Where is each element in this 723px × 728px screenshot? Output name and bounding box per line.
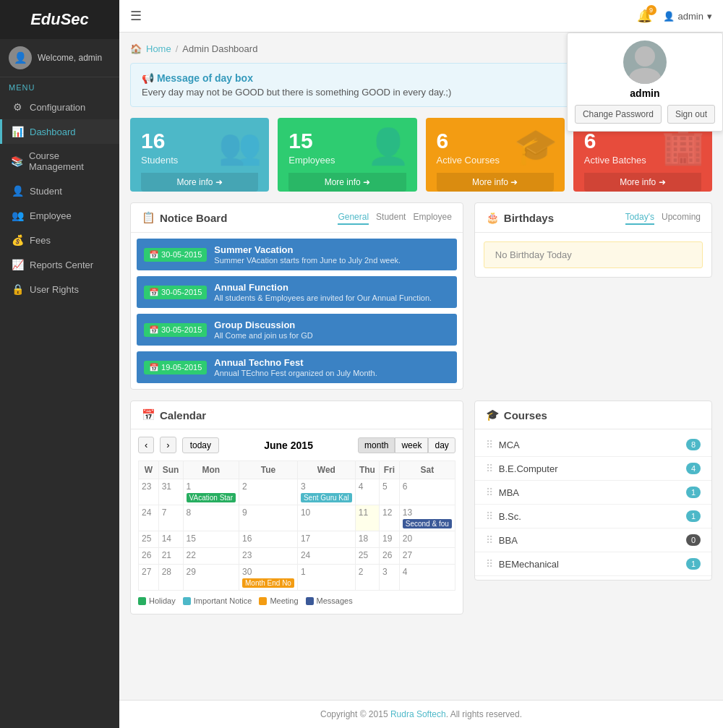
cal-day-13[interactable]: 13Second & fou [399,505,455,531]
sidebar-item-label: User Rights [30,284,79,295]
notice-board-panel: 📋 Notice Board GeneralStudentEmployee 📅 … [130,202,463,390]
sidebar-section-menu: Menu [0,77,119,95]
sign-out-button[interactable]: Sign out [667,105,715,124]
cal-day-25[interactable]: 25 [355,548,379,565]
cal-day-20[interactable]: 20 [399,531,455,548]
cal-header-sun: Sun [158,461,183,479]
cal-week-27: 27 [139,565,159,591]
sidebar-item-label: Reports Center [30,260,93,270]
sidebar-item-label: Employee [30,210,72,221]
cal-day-29[interactable]: 29 [183,565,239,591]
calendar-day-view-button[interactable]: day [428,437,455,453]
cal-day-11[interactable]: 11 [355,505,379,531]
calendar-col: 📅 Calendar ‹ › today June 2015 month wee… [130,401,463,614]
cal-day-jul1[interactable]: 1 [297,565,355,591]
birthdays-title: 🎂 Birthdays [486,211,554,224]
cal-day-22[interactable]: 22 [183,548,239,565]
cal-day-10[interactable]: 10 [297,505,355,531]
cal-day-2[interactable]: 2 [239,479,298,505]
notice-title: Summer Vacation [214,244,401,255]
sidebar-item-configuration[interactable]: ⚙Configuration [0,95,119,119]
footer-company-link[interactable]: Rudra Softech [390,709,446,719]
sidebar-item-user-rights[interactable]: 🔒User Rights [0,277,119,301]
notification-bell[interactable]: 🔔 9 [637,9,652,24]
course-item-b.e.computer[interactable]: ⠿ B.E.Computer 4 [475,457,711,481]
cal-day-jul3[interactable]: 3 [380,565,400,591]
cal-day-6[interactable]: 6 [399,479,455,505]
cal-day-23[interactable]: 23 [239,548,298,565]
notice-item[interactable]: 📅 30-05-2015 Summer Vacation Summer VAca… [137,239,457,270]
cal-day-26[interactable]: 26 [380,548,400,565]
stat-more-link[interactable]: More info ➜ [288,173,406,192]
calendar-month-view-button[interactable]: month [358,437,395,453]
calendar-today-button[interactable]: today [182,437,219,453]
course-item-mca[interactable]: ⠿ MCA 8 [475,433,711,457]
course-item-mba[interactable]: ⠿ MBA 1 [475,481,711,505]
dropdown-buttons: Change Password Sign out [575,105,715,124]
course-item-b.sc.[interactable]: ⠿ B.Sc. 1 [475,505,711,528]
sidebar-item-employee[interactable]: 👥Employee [0,203,119,228]
cal-day-may31[interactable]: 31 [158,479,183,505]
course-item-bemechanical[interactable]: ⠿ BEMechanical 1 [475,552,711,576]
cal-day-15[interactable]: 15 [183,531,239,548]
cal-day-3[interactable]: 3Sent Guru Kal [297,479,355,505]
notice-tab-employee[interactable]: Employee [413,210,451,225]
stat-card-employees[interactable]: 15 Employees 👤 More info ➜ [278,118,416,192]
cal-day-1[interactable]: 1VAcation Star [183,479,239,505]
cal-day-19[interactable]: 19 [380,531,400,548]
cal-day-21[interactable]: 21 [158,548,183,565]
cal-day-27[interactable]: 27 [399,548,455,565]
sidebar-item-label: Dashboard [30,127,76,137]
cal-legend-important-notice: Important Notice [183,596,252,605]
cal-day-12[interactable]: 12 [380,505,400,531]
cal-day-9[interactable]: 9 [239,505,298,531]
cal-day-28[interactable]: 28 [158,565,183,591]
stat-card-students[interactable]: 16 Students 👥 More info ➜ [130,118,269,192]
user-dropdown[interactable]: 👤 admin ▾ [663,11,712,22]
notice-date: 📅 30-05-2015 [144,323,207,337]
sidebar-item-fees[interactable]: 💰Fees [0,228,119,252]
course-badge: 1 [686,510,701,522]
breadcrumb-home[interactable]: Home [146,43,171,54]
stat-more-link[interactable]: More info ➜ [141,173,258,192]
calendar-week-view-button[interactable]: week [395,437,428,453]
notice-icon: 📋 [142,211,155,224]
stat-more-link[interactable]: More info ➜ [584,173,701,192]
notice-item[interactable]: 📅 19-05-2015 Annual Techno Fest Annual T… [137,351,457,383]
course-badge: 0 [686,534,701,546]
sidebar-item-dashboard[interactable]: 📊Dashboard [0,119,119,144]
change-password-button[interactable]: Change Password [575,105,662,124]
sidebar-item-label: Configuration [30,102,85,113]
cal-day-30[interactable]: 30Month End No [239,565,298,591]
cal-day-4[interactable]: 4 [355,479,379,505]
calendar-next-button[interactable]: › [160,437,176,453]
cal-day-jul4[interactable]: 4 [399,565,455,591]
cal-day-7[interactable]: 7 [158,505,183,531]
sidebar-item-student[interactable]: 👤Student [0,179,119,203]
hamburger-icon[interactable]: ☰ [130,8,142,24]
user-label: admin [678,11,703,22]
cal-day-18[interactable]: 18 [355,531,379,548]
cal-day-jul2[interactable]: 2 [355,565,379,591]
cal-day-24[interactable]: 24 [297,548,355,565]
birthday-tab-todays[interactable]: Today's [625,210,654,225]
notice-board-col: 📋 Notice Board GeneralStudentEmployee 📅 … [130,202,463,390]
stat-card-active-courses[interactable]: 6 Active Courses 🎓 More info ➜ [426,118,565,192]
cal-day-17[interactable]: 17 [297,531,355,548]
cal-day-8[interactable]: 8 [183,505,239,531]
stat-more-link[interactable]: More info ➜ [437,173,554,192]
cal-day-5[interactable]: 5 [380,479,400,505]
cal-week-24: 24 [139,505,159,531]
cal-day-14[interactable]: 14 [158,531,183,548]
course-item-bba[interactable]: ⠿ BBA 0 [475,528,711,552]
notice-item[interactable]: 📅 30-05-2015 Annual Function All student… [137,276,457,308]
sidebar-item-reports-center[interactable]: 📈Reports Center [0,252,119,277]
notice-tab-general[interactable]: General [338,210,369,225]
notice-item[interactable]: 📅 30-05-2015 Group Discussion All Come a… [137,314,457,346]
cal-day-16[interactable]: 16 [239,531,298,548]
notice-tab-student[interactable]: Student [376,210,406,225]
birthday-tab-upcoming[interactable]: Upcoming [662,210,701,225]
course-name: B.E.Computer [499,463,558,474]
sidebar-item-course-management[interactable]: 📚Course Management [0,144,119,179]
calendar-prev-button[interactable]: ‹ [138,437,154,453]
